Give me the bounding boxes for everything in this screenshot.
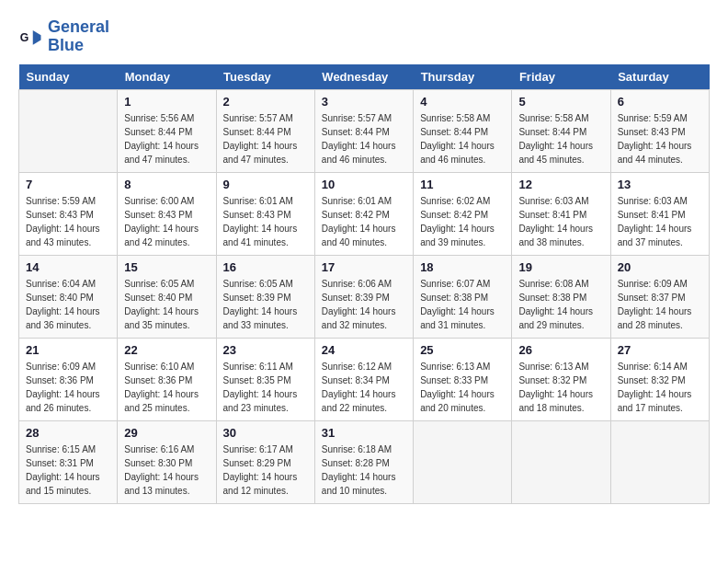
day-info: Sunrise: 6:09 AMSunset: 8:37 PMDaylight:… (618, 277, 702, 332)
week-row-1: 1Sunrise: 5:56 AMSunset: 8:44 PMDaylight… (19, 89, 710, 172)
col-header-saturday: Saturday (610, 64, 709, 90)
day-info: Sunrise: 6:12 AMSunset: 8:34 PMDaylight:… (322, 360, 406, 415)
week-row-3: 14Sunrise: 6:04 AMSunset: 8:40 PMDayligh… (19, 255, 710, 338)
day-number: 5 (518, 95, 603, 109)
day-number: 15 (124, 260, 209, 274)
day-info: Sunrise: 6:01 AMSunset: 8:42 PMDaylight:… (322, 194, 406, 249)
svg-text:G: G (20, 31, 29, 44)
day-info: Sunrise: 6:05 AMSunset: 8:40 PMDaylight:… (124, 277, 209, 332)
day-number: 19 (518, 260, 603, 274)
day-info: Sunrise: 6:09 AMSunset: 8:36 PMDaylight:… (26, 360, 110, 415)
calendar-cell (610, 420, 709, 503)
logo: G GeneralBlue (18, 18, 109, 55)
day-info: Sunrise: 5:56 AMSunset: 8:44 PMDaylight:… (124, 111, 209, 167)
day-number: 11 (420, 178, 505, 191)
calendar-cell: 21Sunrise: 6:09 AMSunset: 8:36 PMDayligh… (19, 338, 118, 420)
calendar-cell: 6Sunrise: 5:59 AMSunset: 8:43 PMDaylight… (610, 89, 709, 172)
day-info: Sunrise: 6:01 AMSunset: 8:43 PMDaylight:… (223, 194, 308, 249)
day-info: Sunrise: 6:13 AMSunset: 8:32 PMDaylight:… (518, 360, 603, 415)
day-number: 7 (26, 178, 110, 191)
day-number: 13 (618, 178, 702, 191)
day-number: 8 (124, 178, 209, 191)
calendar-cell: 1Sunrise: 5:56 AMSunset: 8:44 PMDaylight… (118, 89, 216, 172)
day-info: Sunrise: 6:06 AMSunset: 8:39 PMDaylight:… (322, 277, 406, 332)
day-info: Sunrise: 6:13 AMSunset: 8:33 PMDaylight:… (420, 360, 505, 415)
calendar-cell: 13Sunrise: 6:03 AMSunset: 8:41 PMDayligh… (610, 172, 709, 255)
day-info: Sunrise: 6:05 AMSunset: 8:39 PMDaylight:… (223, 277, 308, 332)
week-row-4: 21Sunrise: 6:09 AMSunset: 8:36 PMDayligh… (19, 338, 710, 420)
day-info: Sunrise: 6:11 AMSunset: 8:35 PMDaylight:… (223, 360, 308, 415)
calendar-cell: 18Sunrise: 6:07 AMSunset: 8:38 PMDayligh… (414, 255, 512, 338)
calendar-body: 1Sunrise: 5:56 AMSunset: 8:44 PMDaylight… (19, 89, 710, 503)
calendar-cell: 15Sunrise: 6:05 AMSunset: 8:40 PMDayligh… (118, 255, 216, 338)
day-info: Sunrise: 6:07 AMSunset: 8:38 PMDaylight:… (420, 277, 505, 332)
calendar-cell (19, 89, 118, 172)
day-info: Sunrise: 5:58 AMSunset: 8:44 PMDaylight:… (420, 111, 505, 167)
col-header-friday: Friday (512, 64, 610, 90)
day-info: Sunrise: 6:18 AMSunset: 8:28 PMDaylight:… (322, 442, 406, 498)
calendar-cell: 3Sunrise: 5:57 AMSunset: 8:44 PMDaylight… (314, 89, 413, 172)
calendar-cell: 8Sunrise: 6:00 AMSunset: 8:43 PMDaylight… (118, 172, 216, 255)
calendar-cell: 23Sunrise: 6:11 AMSunset: 8:35 PMDayligh… (216, 338, 314, 420)
calendar-table: SundayMondayTuesdayWednesdayThursdayFrid… (18, 64, 710, 504)
day-number: 4 (420, 95, 505, 109)
day-number: 21 (26, 343, 110, 357)
day-info: Sunrise: 6:14 AMSunset: 8:32 PMDaylight:… (618, 360, 702, 415)
column-headers: SundayMondayTuesdayWednesdayThursdayFrid… (19, 64, 710, 90)
day-number: 18 (420, 260, 505, 274)
calendar-cell: 14Sunrise: 6:04 AMSunset: 8:40 PMDayligh… (19, 255, 118, 338)
calendar-cell: 25Sunrise: 6:13 AMSunset: 8:33 PMDayligh… (414, 338, 512, 420)
calendar-cell: 22Sunrise: 6:10 AMSunset: 8:36 PMDayligh… (118, 338, 216, 420)
day-info: Sunrise: 6:08 AMSunset: 8:38 PMDaylight:… (518, 277, 603, 332)
day-info: Sunrise: 5:57 AMSunset: 8:44 PMDaylight:… (223, 111, 308, 167)
col-header-sunday: Sunday (19, 64, 118, 90)
day-info: Sunrise: 5:59 AMSunset: 8:43 PMDaylight:… (26, 194, 110, 249)
calendar-cell: 16Sunrise: 6:05 AMSunset: 8:39 PMDayligh… (216, 255, 314, 338)
day-number: 26 (518, 343, 603, 357)
day-info: Sunrise: 6:00 AMSunset: 8:43 PMDaylight:… (124, 194, 209, 249)
calendar-cell: 27Sunrise: 6:14 AMSunset: 8:32 PMDayligh… (610, 338, 709, 420)
day-number: 20 (618, 260, 702, 274)
day-number: 16 (223, 260, 308, 274)
col-header-wednesday: Wednesday (314, 64, 413, 90)
day-number: 1 (124, 95, 209, 109)
logo-text: GeneralBlue (48, 18, 109, 55)
calendar-cell (414, 420, 512, 503)
logo-icon: G (18, 24, 44, 50)
calendar-cell: 19Sunrise: 6:08 AMSunset: 8:38 PMDayligh… (512, 255, 610, 338)
calendar-cell: 17Sunrise: 6:06 AMSunset: 8:39 PMDayligh… (314, 255, 413, 338)
week-row-5: 28Sunrise: 6:15 AMSunset: 8:31 PMDayligh… (19, 420, 710, 503)
day-number: 29 (124, 426, 209, 440)
day-number: 31 (322, 426, 406, 440)
day-number: 2 (223, 95, 308, 109)
calendar-cell (512, 420, 610, 503)
day-number: 27 (618, 343, 702, 357)
day-number: 17 (322, 260, 406, 274)
col-header-thursday: Thursday (414, 64, 512, 90)
day-number: 3 (322, 95, 406, 109)
calendar-cell: 10Sunrise: 6:01 AMSunset: 8:42 PMDayligh… (314, 172, 413, 255)
calendar-cell: 9Sunrise: 6:01 AMSunset: 8:43 PMDaylight… (216, 172, 314, 255)
calendar-cell: 4Sunrise: 5:58 AMSunset: 8:44 PMDaylight… (414, 89, 512, 172)
calendar-cell: 24Sunrise: 6:12 AMSunset: 8:34 PMDayligh… (314, 338, 413, 420)
svg-marker-1 (33, 30, 41, 45)
calendar-cell: 2Sunrise: 5:57 AMSunset: 8:44 PMDaylight… (216, 89, 314, 172)
day-number: 10 (322, 178, 406, 191)
day-info: Sunrise: 6:02 AMSunset: 8:42 PMDaylight:… (420, 194, 505, 249)
day-number: 22 (124, 343, 209, 357)
day-number: 25 (420, 343, 505, 357)
day-info: Sunrise: 5:58 AMSunset: 8:44 PMDaylight:… (518, 111, 603, 167)
week-row-2: 7Sunrise: 5:59 AMSunset: 8:43 PMDaylight… (19, 172, 710, 255)
day-info: Sunrise: 6:03 AMSunset: 8:41 PMDaylight:… (618, 194, 702, 249)
calendar-cell: 26Sunrise: 6:13 AMSunset: 8:32 PMDayligh… (512, 338, 610, 420)
day-number: 12 (518, 178, 603, 191)
calendar-cell: 28Sunrise: 6:15 AMSunset: 8:31 PMDayligh… (19, 420, 118, 503)
day-info: Sunrise: 6:10 AMSunset: 8:36 PMDaylight:… (124, 360, 209, 415)
calendar-cell: 30Sunrise: 6:17 AMSunset: 8:29 PMDayligh… (216, 420, 314, 503)
calendar-cell: 5Sunrise: 5:58 AMSunset: 8:44 PMDaylight… (512, 89, 610, 172)
day-number: 6 (618, 95, 702, 109)
calendar-cell: 29Sunrise: 6:16 AMSunset: 8:30 PMDayligh… (118, 420, 216, 503)
day-info: Sunrise: 6:17 AMSunset: 8:29 PMDaylight:… (223, 442, 308, 498)
col-header-tuesday: Tuesday (216, 64, 314, 90)
day-info: Sunrise: 5:59 AMSunset: 8:43 PMDaylight:… (618, 111, 702, 167)
